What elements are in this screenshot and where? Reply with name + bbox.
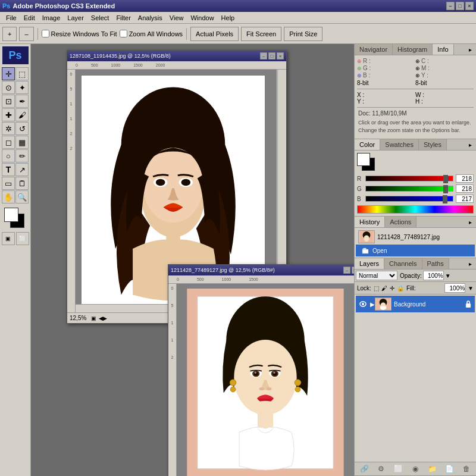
zoom-all-checkbox[interactable] (120, 30, 127, 37)
crop-tool[interactable]: ⊡ (2, 95, 15, 108)
notes-tool[interactable]: 🗒 (15, 177, 29, 190)
zoom-in-button[interactable]: + (2, 27, 17, 41)
zoom-out-button[interactable]: – (19, 27, 33, 41)
fill-input[interactable] (444, 283, 465, 293)
g-input[interactable]: 218 (456, 184, 474, 193)
maximize-button[interactable]: □ (456, 2, 464, 10)
tab-paths[interactable]: Paths (422, 258, 449, 269)
doc1-close[interactable]: × (277, 52, 284, 60)
gradient-tool[interactable]: ▦ (15, 136, 29, 149)
foreground-color[interactable] (4, 208, 18, 222)
link-layers-btn[interactable]: 🔗 (359, 464, 369, 474)
history-item-open[interactable]: Open (356, 245, 475, 256)
menu-help[interactable]: Help (218, 13, 239, 23)
lock-paint-btn[interactable]: 🖌 (381, 285, 387, 292)
color-spectrum[interactable] (357, 205, 474, 214)
clone-tool[interactable]: ✲ (2, 122, 15, 135)
brush-tool[interactable]: 🖌 (15, 108, 29, 121)
delete-layer-btn[interactable]: 🗑 (461, 464, 472, 474)
layer-mask-btn[interactable]: ⬜ (393, 464, 403, 474)
tab-history[interactable]: History (355, 217, 385, 227)
tab-swatches[interactable]: Swatches (380, 139, 419, 150)
opacity-arrow[interactable]: ▼ (445, 273, 451, 279)
zoom-tool[interactable]: 🔍 (15, 190, 29, 203)
menu-filter[interactable]: Filter (112, 13, 134, 23)
tab-navigator[interactable]: Navigator (355, 44, 393, 55)
fill-arrow[interactable]: ▼ (468, 285, 474, 292)
fill-adjustment-btn[interactable]: ◉ (410, 464, 421, 474)
menu-view[interactable]: View (166, 13, 187, 23)
fit-screen-button[interactable]: Fit Screen (241, 27, 281, 41)
path-select-tool[interactable]: ↗ (15, 163, 29, 176)
b-input[interactable]: 217 (456, 195, 474, 203)
new-group-btn[interactable]: 📁 (427, 464, 438, 474)
marquee-tool[interactable]: ⬚ (15, 67, 29, 80)
healing-tool[interactable]: ✚ (2, 108, 15, 121)
r-slider[interactable] (365, 176, 453, 181)
standard-screen-btn[interactable]: ▣ (2, 232, 15, 245)
blend-mode-select[interactable]: Normal (356, 271, 397, 280)
menu-analysis[interactable]: Analysis (134, 13, 166, 23)
tab-layers[interactable]: Layers (355, 258, 384, 269)
g-slider-thumb[interactable] (443, 185, 448, 193)
opacity-input[interactable] (423, 271, 444, 280)
menu-layer[interactable]: Layer (64, 13, 87, 23)
fullscreen-btn[interactable]: ⬜ (16, 232, 29, 245)
history-panel-menu[interactable]: ▸ (465, 217, 475, 227)
r-slider-thumb[interactable] (443, 175, 448, 183)
info-panel-menu[interactable]: ▸ (465, 45, 475, 54)
text-tool[interactable]: T (2, 163, 15, 176)
history-brush-tool[interactable]: ↺ (15, 122, 29, 135)
layer-visibility-btn[interactable] (358, 299, 368, 309)
lock-all-btn[interactable]: 🔒 (397, 285, 404, 292)
info-wh-col: W : H : (415, 92, 474, 105)
eyedropper-tool[interactable]: ✒ (15, 95, 29, 108)
tab-histogram[interactable]: Histogram (393, 44, 433, 55)
menu-select[interactable]: Select (87, 13, 113, 23)
eraser-tool[interactable]: ◻ (2, 136, 15, 149)
layer-styles-btn[interactable]: ⚙ (376, 464, 387, 474)
layer-background[interactable]: ▶ Background (356, 296, 475, 312)
pen-tool[interactable]: ✏ (15, 149, 29, 162)
new-layer-btn[interactable]: 📄 (444, 464, 455, 474)
tab-actions[interactable]: Actions (385, 217, 416, 227)
fg-color-box[interactable] (357, 153, 370, 166)
move-tool[interactable]: ✛ (2, 67, 15, 80)
tab-styles[interactable]: Styles (419, 139, 447, 150)
g-slider[interactable] (365, 186, 453, 192)
lasso-tool[interactable]: ⊙ (2, 81, 15, 94)
history-item-1[interactable]: 1211428_77489127.jpg (356, 229, 475, 245)
window-controls[interactable]: – □ × (446, 2, 474, 10)
tab-info[interactable]: Info (433, 44, 453, 55)
menu-image[interactable]: Image (39, 13, 64, 23)
doc1-maximize[interactable]: □ (268, 52, 275, 60)
r-input[interactable]: 218 (456, 174, 474, 183)
doc1-controls[interactable]: – □ × (260, 52, 284, 60)
burn-tool[interactable]: ○ (2, 149, 15, 162)
resize-windows-checkbox[interactable] (42, 30, 49, 37)
color-panel-menu[interactable]: ▸ (465, 140, 475, 149)
lock-transparent-btn[interactable]: ⬚ (374, 285, 379, 292)
layers-panel-menu[interactable]: ▸ (465, 259, 475, 268)
close-button[interactable]: × (465, 2, 474, 10)
resize-windows-check[interactable]: Resize Windows To Fit (42, 30, 117, 37)
doc1-minimize[interactable]: – (260, 52, 267, 60)
magic-wand-tool[interactable]: ✦ (15, 81, 29, 94)
b-slider[interactable] (365, 196, 453, 202)
lock-move-btn[interactable]: ✛ (390, 285, 394, 292)
minimize-button[interactable]: – (446, 2, 455, 10)
actual-pixels-button[interactable]: Actual Pixels (190, 27, 239, 41)
zoom-all-check[interactable]: Zoom All Windows (120, 30, 183, 37)
shape-tool[interactable]: ▭ (2, 177, 15, 190)
menu-window[interactable]: Window (187, 13, 217, 23)
menu-edit[interactable]: Edit (20, 13, 39, 23)
doc2-minimize[interactable]: – (343, 267, 350, 274)
menu-file[interactable]: File (2, 13, 20, 23)
b-slider-thumb[interactable] (443, 195, 447, 203)
print-size-button[interactable]: Print Size (284, 27, 322, 41)
tab-color[interactable]: Color (355, 139, 380, 150)
doc2-maximize[interactable]: □ (352, 267, 354, 274)
doc2-controls[interactable]: – □ × (343, 267, 354, 274)
hand-tool[interactable]: ✋ (2, 190, 15, 203)
tab-channels[interactable]: Channels (384, 258, 422, 269)
